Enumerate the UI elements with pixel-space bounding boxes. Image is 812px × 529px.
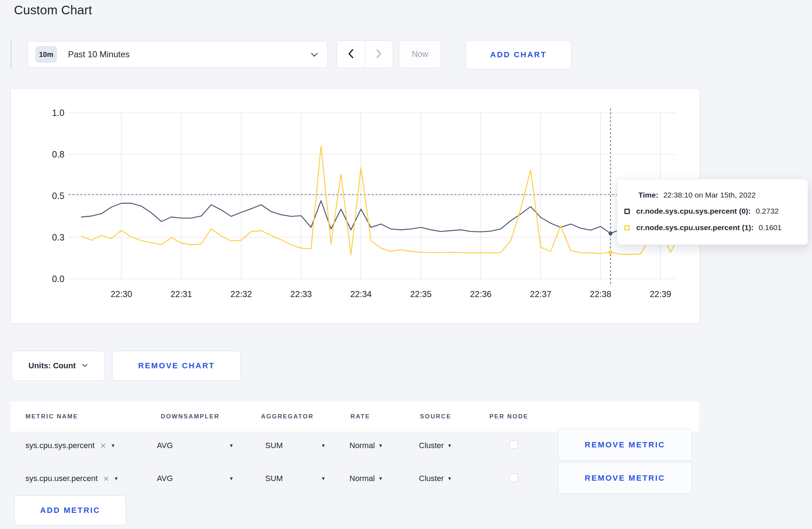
x-axis-tick-label: 22:32 [231, 289, 252, 299]
x-axis-tick-label: 22:36 [470, 289, 492, 299]
time-range-badge: 10m [35, 46, 57, 63]
caret-down-icon: ▾ [230, 443, 233, 448]
x-axis-tick-label: 22:35 [410, 289, 431, 299]
chart-hover-tooltip: Time: 22:38:10 on Mar 15th, 2022 cr.node… [617, 179, 808, 245]
x-axis-tick-label: 22:31 [170, 289, 192, 299]
toolbar-divider [11, 40, 11, 68]
x-axis-tick-label: 22:37 [530, 289, 551, 299]
rate-value: Normal [349, 474, 375, 483]
clear-metric-icon[interactable]: ✕ [100, 442, 106, 450]
y-axis-tick-label: 1.0 [52, 108, 64, 118]
remove-chart-button[interactable]: REMOVE CHART [112, 351, 241, 381]
y-axis-tick-label: 0.8 [52, 149, 64, 159]
tooltip-time-value: 22:38:10 on Mar 15th, 2022 [663, 191, 756, 199]
caret-down-icon: ▾ [322, 476, 325, 481]
caret-down-icon: ▾ [322, 443, 325, 448]
page-title: Custom Chart [14, 3, 92, 17]
column-header-aggregator: AGGREGATOR [261, 402, 314, 432]
caret-down-icon: ▾ [112, 443, 115, 448]
tooltip-sys-value: 0.2732 [756, 207, 779, 215]
clear-metric-icon[interactable]: ✕ [103, 475, 110, 482]
tooltip-series-row: cr.node.sys.cpu.sys.percent (0): 0.2732 [624, 203, 799, 219]
rate-select[interactable]: Normal ▾ [349, 471, 382, 486]
user-percent-legend-swatch-icon [624, 225, 630, 230]
add-chart-button[interactable]: ADD CHART [465, 40, 571, 69]
chevron-left-icon [348, 49, 354, 60]
tooltip-user-name: cr.node.sys.cpu.user.percent (1): [636, 223, 754, 232]
add-metric-button[interactable]: ADD METRIC [14, 495, 126, 525]
y-axis-tick-label: 0.3 [52, 232, 64, 242]
caret-down-icon: ▾ [230, 476, 233, 481]
sys-hover-point [609, 232, 613, 236]
y-axis-tick-label: 0.5 [52, 191, 64, 201]
sys-cpu-sys-percent-line [82, 201, 681, 234]
time-range-dropdown[interactable]: 10m Past 10 Minutes [28, 41, 328, 68]
aggregator-select[interactable]: SUM ▾ [265, 438, 325, 453]
column-header-per-node: PER NODE [489, 402, 528, 432]
sys-percent-legend-swatch-icon [624, 209, 630, 214]
time-nav-group [337, 40, 393, 68]
x-axis-tick-label: 22:34 [350, 289, 372, 299]
column-header-source: SOURCE [420, 402, 451, 432]
cpu-percent-line-chart[interactable]: 0.00.30.50.81.022:3022:3122:3222:3322:34… [11, 89, 700, 324]
column-header-rate: RATE [351, 402, 370, 432]
downsampler-select[interactable]: AVG ▾ [157, 438, 233, 453]
caret-down-icon: ▾ [448, 443, 451, 448]
per-node-checkbox[interactable] [509, 440, 518, 449]
source-value: Cluster [419, 441, 444, 450]
metric-name-select[interactable]: sys.cpu.sys.percent ✕ ▾ [25, 438, 115, 453]
remove-metric-button[interactable]: REMOVE METRIC [558, 429, 692, 461]
x-axis-tick-label: 22:38 [590, 289, 611, 299]
metrics-table-header: METRIC NAME DOWNSAMPLER AGGREGATOR RATE … [10, 402, 699, 432]
caret-down-icon: ▾ [115, 476, 117, 481]
chart-card: 0.00.30.50.81.022:3022:3122:3222:3322:34… [10, 88, 700, 324]
chevron-down-icon [82, 363, 88, 369]
per-node-checkbox[interactable] [509, 474, 518, 482]
source-value: Cluster [419, 474, 444, 483]
chevron-right-icon [376, 49, 382, 60]
remove-metric-button[interactable]: REMOVE METRIC [558, 462, 692, 494]
prev-time-button[interactable] [337, 41, 365, 68]
now-button[interactable]: Now [399, 40, 441, 68]
column-header-metric-name: METRIC NAME [25, 402, 78, 432]
aggregator-value: SUM [265, 474, 283, 483]
downsampler-value: AVG [157, 441, 173, 450]
user-hover-point [609, 250, 613, 254]
tooltip-time-label: Time: [638, 191, 658, 199]
tooltip-time-row: Time: 22:38:10 on Mar 15th, 2022 [624, 187, 799, 203]
caret-down-icon: ▾ [448, 476, 451, 481]
x-axis-tick-label: 22:39 [650, 289, 671, 299]
rate-value: Normal [349, 441, 375, 450]
metric-name-select[interactable]: sys.cpu.user.percent ✕ ▾ [25, 471, 117, 486]
units-dropdown[interactable]: Units: Count [11, 351, 105, 381]
next-time-button[interactable] [365, 41, 393, 68]
units-label: Units: Count [29, 361, 76, 370]
tooltip-sys-name: cr.node.sys.cpu.sys.percent (0): [636, 207, 751, 215]
caret-down-icon: ▾ [379, 443, 382, 448]
source-select[interactable]: Cluster ▾ [419, 438, 451, 453]
time-range-label: Past 10 Minutes [68, 49, 130, 59]
downsampler-value: AVG [157, 474, 173, 483]
metric-name-value: sys.cpu.sys.percent [25, 441, 95, 450]
aggregator-select[interactable]: SUM ▾ [265, 471, 325, 486]
tooltip-user-value: 0.1601 [759, 223, 782, 232]
sys-cpu-user-percent-line [82, 146, 681, 255]
source-select[interactable]: Cluster ▾ [419, 471, 451, 486]
metric-name-value: sys.cpu.user.percent [25, 474, 98, 483]
downsampler-select[interactable]: AVG ▾ [157, 471, 233, 486]
column-header-downsampler: DOWNSAMPLER [161, 402, 219, 432]
chevron-down-icon [311, 52, 318, 59]
y-axis-tick-label: 0.0 [52, 274, 64, 284]
aggregator-value: SUM [265, 441, 283, 450]
x-axis-tick-label: 22:33 [290, 289, 312, 299]
rate-select[interactable]: Normal ▾ [349, 438, 382, 453]
custom-chart-page: Custom Chart 10m Past 10 Minutes Now ADD… [0, 0, 812, 529]
caret-down-icon: ▾ [379, 476, 382, 481]
tooltip-series-row: cr.node.sys.cpu.user.percent (1): 0.1601 [624, 219, 799, 236]
x-axis-tick-label: 22:30 [111, 289, 132, 299]
